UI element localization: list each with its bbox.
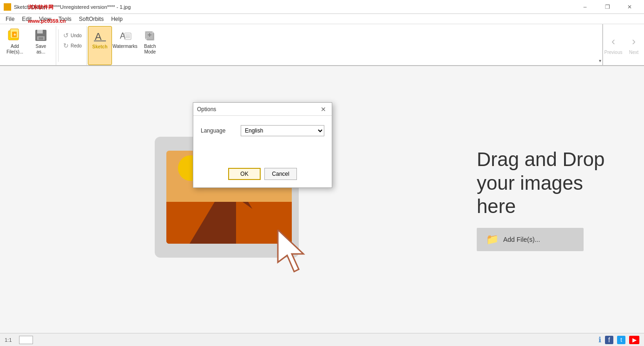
modal-overlay: Options ✕ Language English Russian Germa… [0,0,644,346]
language-label: Language [201,127,233,134]
language-row: Language English Russian German French S… [201,125,324,136]
dialog-body: Language English Russian German French S… [193,116,332,162]
dialog-close-button[interactable]: ✕ [319,105,328,114]
language-select[interactable]: English Russian German French Spanish [241,125,324,136]
cancel-button[interactable]: Cancel [264,168,297,180]
options-dialog: Options ✕ Language English Russian Germa… [193,102,332,188]
dialog-footer: OK Cancel [193,162,332,187]
ok-button[interactable]: OK [228,168,261,180]
dialog-title: Options [197,106,216,113]
dialog-titlebar: Options ✕ [193,103,332,116]
